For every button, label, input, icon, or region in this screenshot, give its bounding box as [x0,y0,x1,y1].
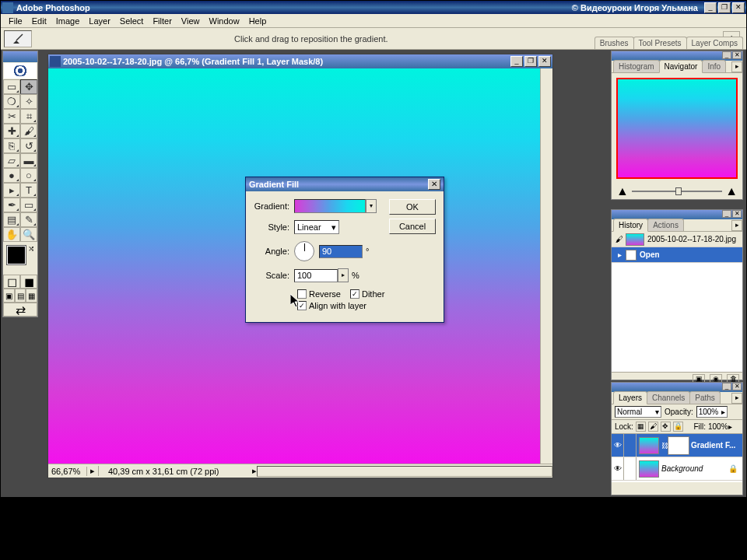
crop-tool[interactable]: ✂ [3,109,20,124]
marquee-tool[interactable]: ▭ [3,79,20,94]
tab-actions[interactable]: Actions [647,219,684,231]
history-brush-tool[interactable]: ↺ [20,138,37,153]
menu-file[interactable]: File [4,15,27,27]
dialog-titlebar[interactable]: Gradient Fill ✕ [246,177,444,191]
document-titlebar[interactable]: 2005-10-02--17-18-20.jpg @ 66,7% (Gradie… [48,54,552,68]
lock-transparency-icon[interactable]: ▦ [636,422,646,432]
toolbox-grip[interactable] [3,51,37,62]
horizontal-scrollbar[interactable] [257,466,552,477]
minimize-button[interactable]: _ [704,2,717,13]
vertical-scrollbar[interactable] [540,68,552,464]
path-tool[interactable]: ▸ [3,183,20,198]
wand-tool[interactable]: ✧ [20,94,37,109]
history-snapshot[interactable]: 🖌 2005-10-02--17-18-20.jpg [612,232,742,247]
tab-history[interactable]: History [613,219,648,232]
dialog-close-button[interactable]: ✕ [428,179,440,190]
layer-thumb[interactable] [639,460,659,478]
type-tool[interactable]: T [20,183,37,198]
menu-layer[interactable]: Layer [84,15,115,27]
angle-input[interactable]: 90 [319,245,363,258]
ok-button[interactable]: OK [389,199,436,215]
screen-full-icon[interactable]: ▦ [26,289,37,303]
history-brush-marker-icon[interactable]: 🖌 [615,235,624,243]
screen-menubar-icon[interactable]: ▤ [15,289,26,303]
panel-minimize-icon[interactable]: _ [722,210,731,218]
lock-position-icon[interactable]: ✥ [661,422,671,432]
stamp-tool[interactable]: ⎘ [3,138,20,153]
shape-tool[interactable]: ▭ [20,198,37,212]
lock-pixels-icon[interactable]: 🖌 [648,422,658,432]
tab-info[interactable]: Info [702,60,726,72]
zoom-level[interactable]: 66,67% [48,467,87,476]
layer-row[interactable]: 👁 Background 🔒 [612,457,742,481]
mask-link-icon[interactable]: ⛓ [661,442,668,450]
cancel-button[interactable]: Cancel [389,219,436,234]
panel-menu-icon[interactable]: ▸ [731,220,742,231]
tab-channels[interactable]: Channels [647,391,690,404]
angle-dial[interactable] [294,241,314,261]
menu-filter[interactable]: Filter [148,15,176,27]
tab-brushes[interactable]: Brushes [594,37,634,49]
tab-layers[interactable]: Layers [613,391,647,404]
lock-all-icon[interactable]: 🔒 [673,422,683,432]
blur-tool[interactable]: ● [3,168,20,183]
style-select[interactable]: Linear ▾ [294,220,339,234]
doc-size-menu-icon[interactable]: ▸ [87,466,99,476]
swap-colors-icon[interactable]: ⤭ [28,244,34,253]
layer-name[interactable]: Gradient F... [691,441,735,450]
menu-view[interactable]: View [177,15,205,27]
scale-input[interactable]: 100 [294,269,338,282]
layer-name[interactable]: Background [661,464,703,473]
align-checkbox[interactable]: ✓ Align with layer [297,301,366,310]
pen-tool[interactable]: ✒ [3,198,20,212]
tool-preset-picker[interactable] [4,30,32,47]
heal-tool[interactable]: ✚ [3,124,20,138]
menu-image[interactable]: Image [51,15,85,27]
blend-mode-select[interactable]: Normal▾ [615,406,661,418]
gradient-dropdown-icon[interactable]: ▾ [366,199,377,213]
move-tool[interactable]: ✥ [20,79,37,94]
quickmask-mode-icon[interactable]: ◼ [20,275,37,289]
foreground-color[interactable] [7,246,26,264]
layer-thumb[interactable] [639,437,659,454]
navigator-preview[interactable] [616,78,738,179]
tab-layer-comps[interactable]: Layer Comps [686,37,743,49]
history-state-marker-icon[interactable]: ▸ [615,250,624,259]
zoom-tool[interactable]: 🔍 [20,227,37,242]
panel-close-icon[interactable]: ✕ [732,210,742,218]
tab-histogram[interactable]: Histogram [613,60,660,72]
panel-menu-icon[interactable]: ▸ [731,61,742,72]
dither-checkbox[interactable]: ✓ Dither [350,289,384,299]
dodge-tool[interactable]: ○ [20,168,37,183]
gradient-picker[interactable] [294,199,366,213]
layer-row[interactable]: 👁 ⛓ Gradient F... [612,434,742,457]
lasso-tool[interactable]: ❍ [3,94,20,109]
brush-tool[interactable]: 🖌 [20,124,37,138]
panel-close-icon[interactable]: ✕ [732,383,742,390]
close-button[interactable]: ✕ [732,2,745,13]
panel-menu-icon[interactable]: ▸ [731,393,742,404]
doc-minimize-button[interactable]: _ [510,56,523,67]
slice-tool[interactable]: ⌗ [20,109,37,124]
layer-mask-thumb[interactable] [668,437,689,454]
menu-window[interactable]: Window [205,15,244,27]
tab-paths[interactable]: Paths [689,391,721,404]
visibility-icon[interactable]: 👁 [612,457,624,480]
doc-maximize-button[interactable]: ❐ [524,56,537,67]
jump-to-imageready-icon[interactable]: ⇄ [3,303,37,317]
reverse-checkbox[interactable]: Reverse [297,289,341,299]
visibility-icon[interactable]: 👁 [612,434,624,457]
link-icon[interactable] [624,457,637,480]
eyedropper-tool[interactable]: ✎ [20,212,37,227]
fill-input[interactable]: 100%▸ [708,422,739,431]
tab-navigator[interactable]: Navigator [659,60,703,73]
menu-select[interactable]: Select [115,15,149,27]
link-icon[interactable] [624,434,637,457]
hand-tool[interactable]: ✋ [3,227,20,242]
eraser-tool[interactable]: ▱ [3,153,20,168]
navigator-zoom-slider[interactable]: ▲ ▲ [612,184,742,199]
panel-minimize-icon[interactable]: _ [722,51,731,59]
zoom-in-icon[interactable]: ▲ [725,184,738,198]
scale-stepper-icon[interactable]: ▸ [338,268,349,282]
menu-edit[interactable]: Edit [27,15,51,27]
